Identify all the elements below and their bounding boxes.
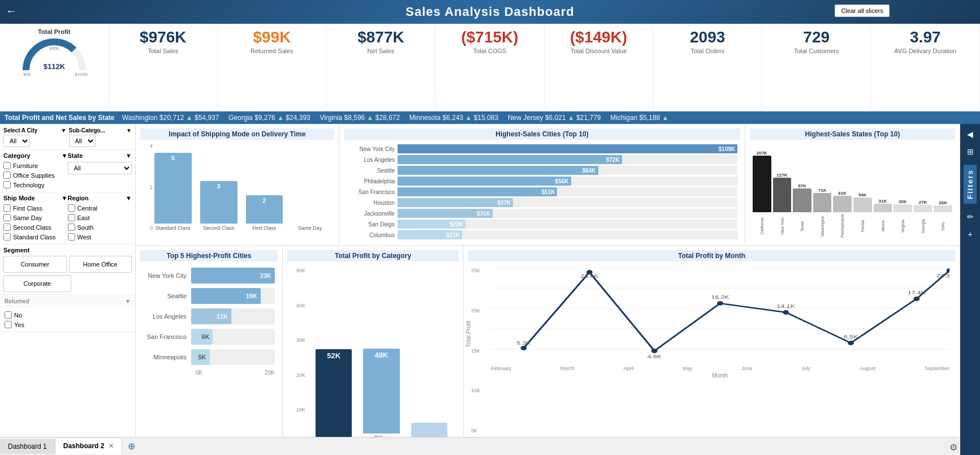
segment-section: Segment Consumer Home Office Corporate (0, 244, 135, 295)
standard-class-label: Standard Class (13, 234, 55, 241)
furniture-label: Furniture (13, 162, 38, 169)
profit-category-title: Total Profit by Category (287, 250, 459, 261)
returned-yes: Yes (5, 320, 131, 329)
returned-no-label: No (14, 312, 22, 319)
second-class-checkbox[interactable] (3, 224, 11, 231)
filters-label[interactable]: Filters (964, 165, 977, 204)
segment-home-office[interactable]: Home Office (69, 256, 132, 273)
kpi-total-orders-value: 2093 (660, 28, 755, 46)
svg-text:16.2K: 16.2K (711, 294, 730, 300)
segment-corporate[interactable]: Corporate (3, 275, 71, 292)
bar-second-class-label: Second Class (203, 225, 235, 231)
first-class-checkbox[interactable] (3, 204, 11, 212)
top5-x-axis: 0K20K (143, 370, 275, 376)
top5-minneapolis: Minneapolis 5K (143, 349, 275, 365)
kpi-returned-sales-value: $99K (225, 28, 320, 46)
returned-yes-checkbox[interactable] (5, 321, 12, 328)
svg-text:5.3K: 5.3K (517, 340, 532, 346)
kpi-avg-delivery-value: 3.97 (878, 28, 973, 46)
tab-close-icon[interactable]: ✕ (109, 443, 114, 449)
kpi-returned-sales-label: Returned Sales (225, 48, 320, 54)
state-filter-select[interactable]: All (68, 162, 132, 174)
city-filter-select[interactable]: All (3, 135, 30, 147)
city-bar-jacksonville: Jacksonville $31K (347, 209, 737, 218)
top5-cities-title: Top 5 Highest-Profit Cities (140, 250, 278, 261)
category-label: Category (3, 152, 31, 159)
east-label: East (77, 214, 90, 221)
kpi-total-customers: 729 Total Customers (762, 24, 871, 111)
same-day-checkbox[interactable] (3, 214, 11, 221)
technology-checkbox[interactable] (3, 181, 11, 188)
city-bar-nyc: New York City $109K (347, 144, 737, 153)
gauge-chart: $112K $0K $120K $40K (20, 36, 88, 76)
svg-point-9 (521, 346, 527, 350)
west-checkbox[interactable] (68, 233, 75, 241)
back-button[interactable]: ← (6, 5, 17, 18)
bar-same-day: Same Day (291, 216, 329, 231)
grid-icon[interactable]: ⊞ (967, 147, 974, 156)
region-label: Region (68, 195, 89, 201)
returned-yes-label: Yes (14, 321, 24, 328)
clear-slicers-button[interactable]: Clear all slicers (835, 5, 890, 17)
kpi-total-orders: 2093 Total Orders (653, 24, 762, 111)
bar-second-class: 3 Second Class (200, 181, 238, 231)
tab-add-button[interactable]: ⊕ (122, 439, 141, 454)
svg-text:14.1K: 14.1K (777, 303, 796, 309)
tab-dashboard1[interactable]: Dashboard 1 (0, 439, 55, 454)
cat-bar-technology: 52K Technology (316, 349, 352, 448)
edit-icon[interactable]: ✏ (967, 212, 974, 221)
returned-chevron: ▼ (125, 298, 131, 304)
office-supplies-checkbox[interactable] (3, 171, 11, 179)
profit-category-panel: Total Profit by Category 50K 40K 30K 20K… (283, 246, 464, 455)
technology-label: Technology (13, 182, 45, 188)
region-south: South (68, 222, 132, 232)
central-checkbox[interactable] (68, 204, 75, 212)
x-axis-label: Month (491, 372, 949, 379)
settings-icon[interactable]: ⚙ (949, 442, 957, 453)
state-bar-texas: 87K (793, 183, 811, 212)
top5-cities-panel: Top 5 Highest-Profit Cities New York Cit… (136, 246, 283, 455)
category-technology: Technology (3, 180, 68, 190)
kpi-total-cogs: ($715K) Total COGS (435, 24, 545, 111)
shipmode-chevron: ▼ (62, 195, 68, 201)
state-bar-newyork: 127K (773, 173, 792, 212)
second-class-label: Second Class (13, 224, 51, 231)
east-checkbox[interactable] (68, 214, 75, 221)
arrow-left-icon[interactable]: ◀ (967, 130, 973, 139)
cat-bar-office: 49K Office Supplies (363, 349, 399, 448)
svg-text:$112K: $112K (44, 62, 66, 71)
category-office-supplies: Office Supplies (3, 170, 68, 180)
kpi-net-sales-label: Net Sales (334, 48, 429, 54)
kpi-avg-delivery-label: AVG Delivary Duration (878, 48, 973, 54)
subcategory-filter-select[interactable]: All (69, 135, 96, 147)
returned-no-checkbox[interactable] (5, 311, 12, 319)
profit-month-title: Total Profit by Month (468, 250, 955, 261)
south-checkbox[interactable] (68, 224, 75, 231)
first-class-label: First Class (13, 205, 42, 212)
kpi-avg-delivery: 3.97 AVG Delivary Duration (871, 24, 981, 111)
returned-header[interactable]: Returned ▼ (0, 295, 135, 308)
y-axis-2: 2 (146, 184, 153, 190)
kpi-total-customers-label: Total Customers (769, 48, 864, 54)
plus-icon[interactable]: + (968, 230, 972, 239)
furniture-checkbox[interactable] (3, 162, 11, 169)
kpi-total-sales: $976K Total Sales (109, 24, 218, 111)
tab-dashboard2[interactable]: Dashboard 2 ✕ (55, 439, 122, 454)
kpi-total-customers-value: 729 (769, 28, 864, 46)
shipping-chart-title: Impact of Shipping Mode on Delivery Time (140, 128, 334, 140)
city-bar-columbus: Columbus $21K (347, 230, 737, 239)
segment-consumer[interactable]: Consumer (3, 256, 67, 273)
shipping-chart-panel: Impact of Shipping Mode on Delivery Time… (136, 124, 339, 245)
ticker-content: Washington $20,712 ▲ $54,937 Georgia $9,… (122, 114, 669, 122)
shipmode-second: Second Class (3, 222, 68, 232)
subcategory-filter-label: Sub-Catego... (69, 127, 105, 134)
standard-class-checkbox[interactable] (3, 233, 11, 241)
state-bar-florida: 54K (853, 192, 872, 212)
shipmode-standard: Standard Class (3, 232, 68, 242)
content-area: Impact of Shipping Mode on Delivery Time… (136, 124, 960, 455)
returned-section: Returned ▼ No Yes (0, 295, 135, 332)
svg-text:$0K: $0K (23, 72, 32, 76)
category-furniture: Furniture (3, 161, 68, 170)
states-chart-title: Highest-Sales States (Top 10) (750, 128, 955, 140)
bar-first-class-label: First Class (252, 225, 277, 231)
